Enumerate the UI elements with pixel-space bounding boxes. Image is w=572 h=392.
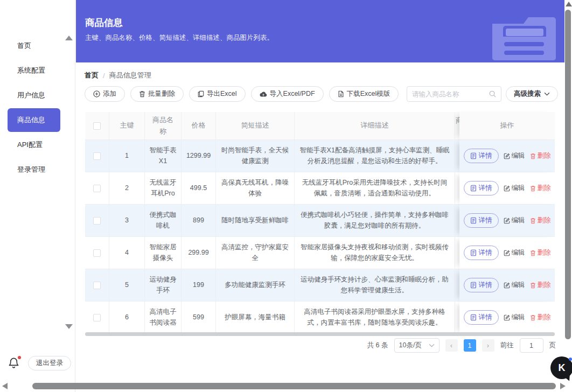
add-button-label: 添加: [103, 89, 116, 99]
batch-delete-button[interactable]: 批量删除: [130, 86, 184, 102]
prev-page-button[interactable]: ‹: [445, 339, 458, 352]
cell-name: 便携式咖啡机: [145, 205, 182, 237]
sidebar-item-label: 商品信息: [17, 115, 45, 125]
cell-short-desc: 多功能健康监测手环: [216, 269, 295, 302]
column-header-detail: 详细描述: [295, 112, 455, 140]
edit-button-label: 编辑: [512, 151, 525, 161]
column-header-price: 价格: [182, 112, 216, 140]
delete-button[interactable]: 删除: [530, 248, 551, 258]
sidebar-item[interactable]: 用户信息: [0, 83, 75, 108]
trash-icon: [139, 90, 145, 97]
detail-button[interactable]: 详情: [464, 278, 499, 292]
table-row: 2 无线蓝牙耳机Pro 499.5 高保真无线耳机，降噪体验 无线蓝牙耳机Pro…: [85, 172, 555, 205]
cell-actions: 详情 编辑 删除: [459, 140, 555, 172]
download-template-button[interactable]: 下载Excel模版: [329, 86, 399, 102]
advanced-search-button[interactable]: 高级搜索: [506, 86, 558, 102]
page-size-select[interactable]: 10条/页: [394, 338, 440, 353]
row-checkbox[interactable]: [93, 249, 101, 257]
add-button[interactable]: 添加: [85, 86, 125, 102]
row-checkbox[interactable]: [93, 152, 101, 160]
cell-images-clipped: [455, 269, 459, 302]
horizontal-scrollbar-thumb[interactable]: [32, 383, 556, 389]
cell-name: 运动健身手环: [145, 269, 182, 302]
next-page-button[interactable]: ›: [482, 339, 494, 352]
sidebar: 首页 系统配置 用户信息 商品信息 API配置 登: [0, 0, 75, 392]
goto-page-input[interactable]: [520, 338, 543, 353]
vertical-scrollbar-up-arrow[interactable]: [566, 2, 572, 6]
export-excel-button[interactable]: 导出Excel: [189, 86, 246, 102]
edit-button[interactable]: 编辑: [504, 151, 525, 161]
delete-button[interactable]: 删除: [530, 215, 551, 226]
product-table: 主键 商品名称 价格 简短描述 详细描述 商品图片列表 操作 1 智能手表X1 …: [85, 112, 555, 334]
row-checkbox[interactable]: [93, 185, 101, 192]
cell-detail: 运动健身手环支持计步、心率监测和睡眠分析，助您科学管理健康生活。: [295, 269, 455, 302]
edit-button-label: 编辑: [512, 215, 525, 226]
edit-button[interactable]: 编辑: [504, 248, 525, 258]
assistant-widget-button[interactable]: K: [550, 356, 572, 379]
delete-button[interactable]: 删除: [530, 151, 551, 161]
batch-delete-label: 批量删除: [148, 89, 175, 99]
file-icon: [338, 90, 344, 97]
row-select-cell: [85, 205, 109, 237]
sidebar-item[interactable]: 商品信息: [8, 108, 60, 132]
pagination: 共 6 条 10条/页 ‹ 1 › 前往 页: [85, 338, 556, 353]
cell-images-clipped: [455, 237, 459, 269]
cell-actions: 详情 编辑 删除: [459, 269, 555, 302]
logout-button[interactable]: 退出登录: [28, 356, 71, 370]
search-icon[interactable]: [489, 90, 496, 97]
cell-actions: 详情 编辑 删除: [459, 172, 555, 205]
sidebar-scroll-down-icon[interactable]: [65, 324, 73, 329]
chevron-down-icon: [544, 92, 550, 96]
product-search-box: [407, 86, 501, 102]
document-icon: [470, 282, 477, 289]
page-size-value: 10条/页: [399, 341, 425, 350]
edit-button[interactable]: 编辑: [504, 280, 525, 290]
trash-icon: [530, 314, 536, 321]
detail-button-label: 详情: [479, 151, 492, 160]
sidebar-item[interactable]: 系统配置: [0, 58, 75, 83]
cell-name: 智能手表X1: [145, 140, 182, 172]
edit-button[interactable]: 编辑: [504, 312, 525, 323]
import-excel-button[interactable]: 导入Excel/PDF: [251, 86, 324, 102]
breadcrumb-home-link[interactable]: 首页: [85, 71, 99, 80]
cell-price: 1299.99: [182, 140, 216, 172]
column-header-actions: 操作: [459, 112, 555, 140]
column-header-short-desc: 简短描述: [216, 112, 295, 140]
sidebar-footer: 退出登录: [0, 355, 75, 372]
cell-short-desc: 护眼屏幕，海量书籍: [216, 302, 295, 334]
folder-documents-icon: [488, 12, 559, 60]
edit-button[interactable]: 编辑: [504, 183, 525, 193]
notification-bell-button[interactable]: [8, 356, 22, 370]
current-page-button[interactable]: 1: [464, 339, 476, 352]
edit-button[interactable]: 编辑: [504, 215, 525, 226]
edit-button-label: 编辑: [512, 312, 525, 323]
column-header-images-clipped: 商品图片列表: [455, 112, 459, 140]
search-input[interactable]: [412, 90, 489, 98]
cell-price: 499.5: [182, 172, 216, 205]
vertical-scrollbar-thumb[interactable]: [565, 10, 571, 339]
detail-button[interactable]: 详情: [464, 181, 499, 195]
cell-images-clipped: [455, 205, 459, 237]
detail-button-label: 详情: [479, 281, 492, 290]
row-checkbox[interactable]: [93, 282, 101, 289]
sidebar-item[interactable]: API配置: [0, 132, 75, 157]
assistant-badge-letter: K: [559, 362, 566, 374]
detail-button[interactable]: 详情: [464, 310, 499, 325]
detail-button[interactable]: 详情: [464, 246, 499, 260]
delete-button[interactable]: 删除: [530, 183, 551, 193]
row-checkbox[interactable]: [93, 217, 101, 225]
sidebar-item[interactable]: 首页: [0, 33, 75, 58]
delete-button[interactable]: 删除: [530, 280, 551, 290]
page-unit-label: 页: [549, 341, 556, 350]
cell-name: 无线蓝牙耳机Pro: [145, 172, 182, 205]
table-horizontal-scrollbar[interactable]: [85, 332, 555, 336]
horizontal-scrollbar-left-arrow[interactable]: [2, 383, 8, 389]
detail-button[interactable]: 详情: [464, 213, 499, 228]
delete-button[interactable]: 删除: [530, 312, 551, 323]
select-all-checkbox[interactable]: [93, 122, 101, 130]
sidebar-item-label: 登录管理: [17, 165, 45, 174]
horizontal-scrollbar-right-arrow[interactable]: [560, 383, 566, 389]
detail-button[interactable]: 详情: [464, 149, 499, 163]
sidebar-item[interactable]: 登录管理: [0, 157, 75, 182]
row-checkbox[interactable]: [93, 314, 101, 321]
